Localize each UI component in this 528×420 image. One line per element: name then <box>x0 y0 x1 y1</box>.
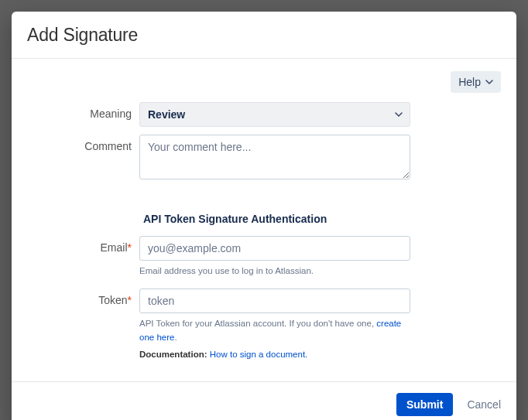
modal-body: Help Meaning Review <box>12 59 516 381</box>
token-input[interactable] <box>139 289 410 313</box>
doc-label: Documentation: <box>139 350 207 359</box>
email-label: Email* <box>27 236 139 254</box>
meaning-field-col: Review <box>139 102 410 127</box>
meaning-row: Meaning Review <box>27 102 501 127</box>
email-hint: Email address you use to log in to Atlas… <box>139 265 410 278</box>
email-field-col: Email address you use to log in to Atlas… <box>139 236 410 278</box>
email-input[interactable] <box>139 236 410 261</box>
doc-line: Documentation: How to sign a document. <box>139 348 410 361</box>
comment-textarea[interactable] <box>139 135 410 179</box>
comment-field-col <box>139 135 410 182</box>
comment-label: Comment <box>27 135 139 152</box>
modal-title: Add Signature <box>27 25 501 46</box>
modal-footer: Submit Cancel <box>12 381 516 420</box>
modal-overlay: Add Signature Help Meaning Review <box>0 0 528 420</box>
chevron-down-icon <box>485 78 493 86</box>
email-row: Email* Email address you use to log in t… <box>27 236 501 278</box>
token-hint-prefix: API Token for your Atlassian account. If… <box>139 319 376 328</box>
help-row: Help <box>27 71 501 93</box>
token-hint: API Token for your Atlassian account. If… <box>139 317 410 344</box>
meaning-label: Meaning <box>27 102 139 120</box>
token-row: Token* API Token for your Atlassian acco… <box>27 289 501 361</box>
token-label: Token* <box>27 289 139 306</box>
cancel-link[interactable]: Cancel <box>467 398 501 411</box>
add-signature-modal: Add Signature Help Meaning Review <box>12 12 516 420</box>
required-asterisk: * <box>128 294 132 306</box>
email-label-text: Email <box>101 241 128 254</box>
doc-link[interactable]: How to sign a document. <box>210 350 308 359</box>
auth-section-heading: API Token Signature Authentication <box>143 213 501 225</box>
submit-button[interactable]: Submit <box>396 393 453 416</box>
token-hint-period: . <box>174 333 177 342</box>
meaning-select[interactable]: Review <box>139 102 410 127</box>
help-label: Help <box>458 76 481 88</box>
help-dropdown-button[interactable]: Help <box>451 71 501 93</box>
comment-row: Comment <box>27 135 501 182</box>
modal-header: Add Signature <box>12 12 516 59</box>
token-field-col: API Token for your Atlassian account. If… <box>139 289 410 361</box>
meaning-select-wrap: Review <box>139 102 410 127</box>
token-label-text: Token <box>98 294 127 306</box>
required-asterisk: * <box>128 241 132 254</box>
